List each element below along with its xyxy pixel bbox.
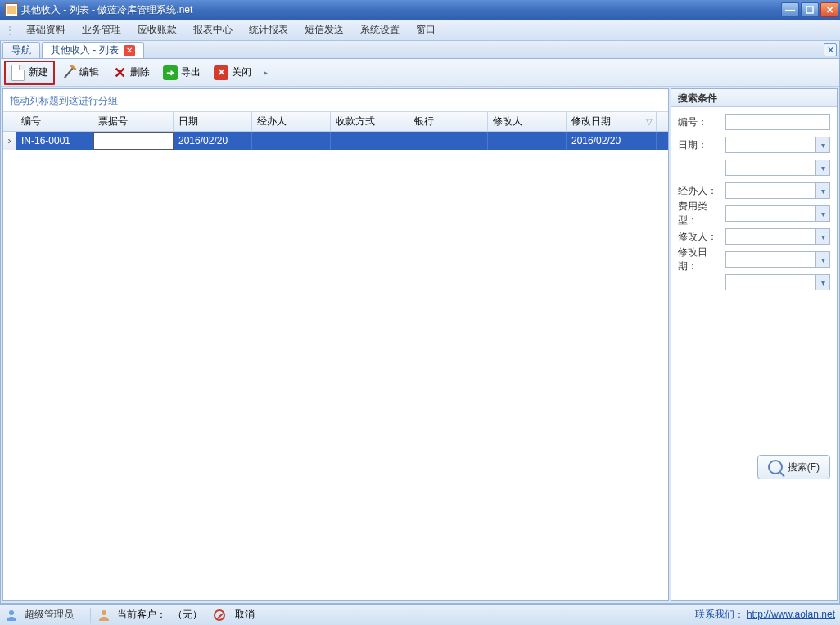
label-cost-type: 费用类型：: [678, 200, 722, 227]
col-bank[interactable]: 银行: [409, 112, 488, 131]
close-icon: ✕: [214, 65, 228, 80]
page-icon: [11, 65, 25, 81]
field-modifier: 修改人：: [678, 227, 830, 246]
status-client-value: （无）: [173, 608, 202, 622]
maximize-button[interactable]: [801, 2, 819, 17]
menu-receivable[interactable]: 应收账款: [133, 20, 182, 39]
col-handler[interactable]: 经办人: [252, 112, 331, 131]
user-icon: [5, 609, 18, 622]
cell-bill-no[interactable]: [93, 132, 174, 150]
cell-pay-method: [331, 132, 409, 150]
field-mod-date-from: 修改日期：: [678, 250, 830, 269]
field-cost-type: 费用类型：: [678, 204, 830, 223]
input-id[interactable]: [725, 114, 830, 130]
edit-button[interactable]: 编辑: [55, 61, 106, 84]
status-user: 超级管理员: [25, 608, 74, 622]
col-date[interactable]: 日期: [174, 112, 252, 131]
group-hint[interactable]: 拖动列标题到这进行分组: [3, 89, 668, 112]
delete-label: 删除: [130, 65, 150, 79]
cell-handler: [252, 132, 331, 150]
label-mod-date: 修改日期：: [678, 245, 722, 273]
contact-url[interactable]: http://www.aolan.net: [747, 609, 835, 620]
tab-label: 其他收入 - 列表: [51, 43, 119, 57]
row-indicator-header: [3, 112, 16, 131]
status-cancel[interactable]: 取消: [235, 608, 255, 622]
col-id[interactable]: 编号: [16, 112, 93, 131]
search-panel: 搜索条件 编号： 日期： 经办人：: [671, 88, 838, 601]
tab-label: 导航: [11, 43, 31, 57]
search-button[interactable]: 搜索(F): [757, 455, 830, 479]
status-client-label: 当前客户：: [117, 608, 166, 622]
contact-link: 联系我们： http://www.aolan.net: [695, 608, 835, 622]
new-button[interactable]: 新建: [4, 61, 55, 85]
field-date-to: [678, 158, 830, 178]
edit-label: 编辑: [79, 65, 99, 79]
svg-point-1: [9, 610, 14, 615]
tab-other-income-list[interactable]: 其他收入 - 列表 ✕: [42, 42, 144, 58]
close-window-button[interactable]: ✕: [820, 2, 838, 17]
col-pay-method[interactable]: 收款方式: [331, 112, 409, 131]
title-bar: 其他收入 - 列表 - 傲蓝冷库管理系统.net — ✕: [0, 0, 840, 20]
menu-sms[interactable]: 短信发送: [300, 20, 349, 39]
status-bar: 超级管理员 当前客户： （无） 取消 联系我们： http://www.aola…: [0, 604, 840, 625]
minimize-button[interactable]: —: [781, 2, 799, 17]
toolbar: 新建 编辑 ✕ 删除 ➜ 导出 ✕ 关闭 ▸: [1, 59, 839, 87]
cell-mod-date: 2016/02/20: [567, 132, 657, 150]
delete-button[interactable]: ✕ 删除: [106, 61, 156, 84]
input-date-to[interactable]: [725, 160, 830, 176]
input-mod-date-to[interactable]: [725, 274, 830, 290]
client-icon: [97, 609, 111, 622]
label-id: 编号：: [678, 115, 722, 129]
tab-strip: 导航 其他收入 - 列表 ✕ ✕: [1, 41, 839, 59]
menu-business[interactable]: 业务管理: [77, 20, 126, 39]
grid-panel: 拖动列标题到这进行分组 编号 票据号 日期 经办人 收款方式 银行 修改人 修改…: [2, 88, 669, 601]
menu-sys-settings[interactable]: 系统设置: [355, 20, 404, 39]
col-mod-date[interactable]: 修改日期: [567, 112, 657, 131]
field-mod-date-to: [678, 272, 830, 292]
menu-basic-data[interactable]: 基础资料: [21, 20, 70, 39]
label-modifier: 修改人：: [678, 230, 722, 244]
label-date: 日期：: [678, 138, 722, 152]
input-mod-date-from[interactable]: [725, 251, 830, 268]
col-modifier[interactable]: 修改人: [488, 112, 567, 131]
input-cost-type[interactable]: [725, 205, 830, 222]
search-icon: [768, 460, 783, 474]
field-id: 编号：: [678, 112, 830, 132]
toolbar-overflow-icon[interactable]: ▸: [260, 64, 271, 82]
field-date-from: 日期：: [678, 135, 830, 155]
input-date-from[interactable]: [725, 137, 830, 153]
svg-point-2: [102, 610, 106, 615]
close-button[interactable]: ✕ 关闭: [207, 61, 258, 84]
menu-stat-report[interactable]: 统计报表: [244, 20, 293, 39]
delete-x-icon: ✕: [112, 65, 127, 80]
svg-rect-0: [806, 7, 813, 13]
tab-navigation[interactable]: 导航: [2, 42, 40, 58]
export-icon: ➜: [163, 65, 178, 80]
row-indicator-icon: ›: [3, 132, 16, 150]
contact-label: 联系我们：: [695, 609, 744, 620]
field-handler: 经办人：: [678, 181, 830, 200]
input-modifier[interactable]: [725, 228, 830, 245]
cell-date: 2016/02/20: [174, 132, 252, 150]
cell-bank: [409, 132, 488, 150]
cancel-icon[interactable]: [214, 609, 225, 621]
menu-report-center[interactable]: 报表中心: [188, 20, 237, 39]
cell-modifier: [488, 132, 567, 150]
menu-window[interactable]: 窗口: [411, 20, 440, 39]
menu-bar: ⋮ 基础资料 业务管理 应收账款 报表中心 统计报表 短信发送 系统设置 窗口: [0, 20, 840, 41]
input-handler[interactable]: [725, 182, 830, 199]
new-label: 新建: [29, 65, 48, 79]
grid-header: 编号 票据号 日期 经办人 收款方式 银行 修改人 修改日期: [3, 112, 668, 132]
window-title: 其他收入 - 列表 - 傲蓝冷库管理系统.net: [21, 3, 781, 17]
table-row[interactable]: › IN-16-0001 2016/02/20 2016/02/20: [3, 132, 668, 150]
close-tab-icon[interactable]: ✕: [124, 45, 135, 56]
pencil-icon: [64, 67, 74, 79]
export-button[interactable]: ➜ 导出: [156, 61, 207, 84]
search-button-label: 搜索(F): [788, 461, 820, 474]
export-label: 导出: [181, 65, 201, 79]
search-title: 搜索条件: [671, 89, 837, 107]
label-handler: 经办人：: [678, 184, 722, 198]
tab-close-all-icon[interactable]: ✕: [824, 43, 837, 56]
col-bill-no[interactable]: 票据号: [93, 112, 174, 131]
app-icon: [5, 3, 18, 16]
